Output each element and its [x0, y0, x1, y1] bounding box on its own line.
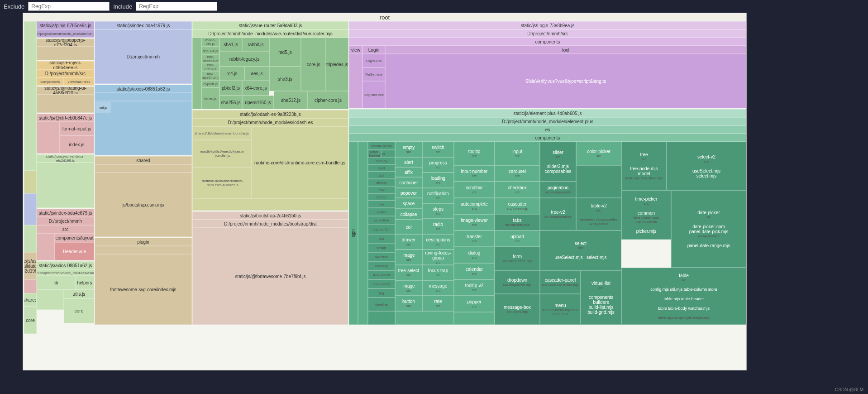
ep-dropdown[interactable]: dropdownsrc dropdown.mjs	[495, 270, 540, 294]
cell-indexjs[interactable]: index.js	[59, 135, 94, 154]
ep-tag[interactable]: tag	[368, 288, 395, 298]
cell-async-body[interactable]	[37, 163, 94, 208]
ep-vlist[interactable]: virtual-listsrccomponentsbuildersbuild-l…	[581, 270, 621, 325]
ep-popconfirm[interactable]: popconfirm	[368, 224, 395, 234]
crypto-sha1[interactable]: sha1.js	[219, 38, 242, 51]
ep-radio[interactable]: radiosrc	[422, 219, 454, 234]
crypto-x64[interactable]: x64-core.js	[242, 80, 269, 96]
crypto-core[interactable]: core.js	[301, 38, 326, 91]
cell-reg[interactable]: Register.vue	[362, 81, 385, 108]
ep-link[interactable]: link	[368, 201, 395, 208]
ep-collection[interactable]: collection	[368, 216, 395, 224]
cell-tool[interactable]: tool	[385, 46, 746, 54]
ep-space[interactable]: space	[395, 198, 422, 209]
crypto-ripemd[interactable]: ripemd160.js	[242, 96, 274, 109]
cell-elp-icons[interactable]: static/js/@fortawesome-7be7f9bf.js	[192, 228, 348, 325]
cell-core-left[interactable]: core	[24, 307, 37, 334]
ep-timesel[interactable]: time-select	[368, 279, 395, 288]
ep-row[interactable]: row	[368, 186, 395, 193]
ep-colorpicker2[interactable]	[576, 165, 621, 198]
cell-lib[interactable]: lib	[37, 276, 75, 289]
ep-cascaderp[interactable]: cascader-panelsrc node.mjs index.mjs	[540, 270, 581, 294]
ep-tooltipv2[interactable]: tooltip-v2src	[454, 279, 495, 296]
cell-elp-icons-hdr[interactable]: static/js/bootstrap-2c4b61b0.js	[192, 211, 348, 220]
cell-axios[interactable]: static/js/axios-08851a62.js	[37, 261, 94, 269]
cell-async[interactable]: static/js/async-validator-efc2d198.js	[37, 154, 94, 163]
ep-focustrap[interactable]: focus-trapsrc	[422, 265, 454, 280]
cell-axios-path[interactable]: D:/project/nmmh/node_modules/axios	[37, 269, 94, 276]
crypto-aes[interactable]: aes.js	[244, 67, 269, 80]
cell-fa-path[interactable]	[95, 246, 192, 254]
vue-runtime[interactable]: runtime-core/dist/runtime-core.esm-bundl…	[251, 126, 348, 199]
ep-input[interactable]: inputsrc	[495, 142, 540, 165]
ep-cascader[interactable]: cascadersrc/index.mjs	[495, 198, 540, 214]
crypto-pbk[interactable]: pbkdf2.js	[219, 80, 242, 96]
cell-utils-b[interactable]	[358, 142, 368, 325]
ep-tree[interactable]: treesrctree-node.mjsmodelnode.mjs tree-s…	[621, 142, 667, 191]
cell-view-b[interactable]	[349, 54, 362, 108]
cell-project-path[interactable]: D:/project/nmmh/src	[37, 69, 94, 77]
ep-inputnum[interactable]: input-numbersrc	[454, 165, 495, 182]
cell-login2[interactable]: Login	[362, 46, 385, 54]
crypto-rabbit[interactable]: rabbit.js	[242, 38, 269, 51]
ep-button[interactable]: buttonsrc	[395, 296, 422, 311]
crypto-rabbitleg[interactable]: rabbit-legacy.js	[219, 51, 269, 67]
cell-reset[interactable]: ReSet.vue	[362, 67, 385, 81]
ep-treesel[interactable]: tree-select	[368, 270, 395, 279]
cell-pinia[interactable]: static/js/pinia-8785ce9c.js	[37, 21, 94, 29]
cell-fa[interactable]: plugin	[95, 238, 192, 246]
ep-imgviewer[interactable]: image-viewersrc	[454, 214, 495, 231]
ep-scrollbar[interactable]: scrollbarsrc	[454, 182, 495, 198]
ep-menu[interactable]: menusrc utils menu.mjs sub-menu.mjs	[540, 294, 581, 325]
cell-slide[interactable]: SlideVerify.vue?vue&type=script&lang.ts	[385, 54, 746, 108]
ep-card[interactable]: card	[368, 164, 395, 172]
ep-table[interactable]: tablesrcconfig.mjs util.mjs table-column…	[621, 268, 746, 325]
ep-form[interactable]: formsrc form-item2.mjs	[495, 247, 540, 270]
cell-login-comp[interactable]: components	[349, 38, 746, 46]
cell-layout[interactable]: components/layout	[55, 233, 94, 242]
ep-col[interactable]: col	[368, 234, 395, 243]
ep-container[interactable]: container	[395, 177, 422, 188]
ep-message[interactable]: messagesrc	[422, 280, 454, 296]
ep-switch[interactable]: switchsrc	[422, 142, 454, 157]
crypto-b64url[interactable]: enc-base64url.js	[201, 71, 219, 80]
cell-login-path[interactable]: D:/project/nmmh/src	[349, 29, 746, 38]
ep-image2[interactable]: imagesrc	[395, 280, 422, 296]
cell-project[interactable]: static/js/Project-c49b4eee.js	[37, 61, 94, 69]
crypto-hmac[interactable]: hmac.js	[201, 87, 219, 109]
cell-format[interactable]: format-input.js	[59, 122, 94, 135]
ep-carousel[interactable]: carouselsrc	[495, 165, 540, 182]
ep-desc[interactable]: descriptionssrc	[422, 234, 454, 250]
ep-timeline[interactable]: timeline	[368, 298, 395, 311]
cell-ctrl[interactable]: static/js/@ctrl-eb0b847c.js	[37, 114, 94, 122]
ep-timepicker[interactable]: time-pickersrccommontime-picker-com comp…	[621, 191, 671, 240]
ep-autocomplete[interactable]: autocompletesrc	[454, 198, 495, 214]
ep-tooltip[interactable]: tooltipsrc	[454, 142, 495, 165]
cell-popper[interactable]: static/js/@popperjs-e77cf204.js	[37, 38, 94, 47]
cell-bootstrap[interactable]: shared	[95, 156, 192, 164]
cell-header[interactable]: Header.vue	[55, 242, 94, 260]
ep-tabs[interactable]: tabssrc tab-nav.mjs	[495, 214, 540, 231]
cell-elp-path[interactable]: D:/project/nmmh/node_modules/element-plu…	[349, 117, 746, 125]
cell-es[interactable]: es	[349, 125, 746, 134]
crypto-sha256[interactable]: sha256.js	[219, 96, 242, 109]
cell-tiny-left[interactable]	[24, 21, 37, 171]
crypto-cipher[interactable]: cipher-core.js	[308, 91, 348, 109]
root-header[interactable]: root	[23, 13, 746, 21]
ep-slot[interactable]: slot	[368, 172, 395, 179]
cell-index-path[interactable]: D:/project/nmmh	[37, 217, 94, 225]
ep-empty[interactable]: emptysrc	[395, 142, 422, 157]
cell-crypto-path[interactable]: D:/project/nmmh/node_modules/vue-router/…	[192, 29, 348, 38]
ep-calendar[interactable]: calendarsrc	[454, 263, 495, 279]
cell-floating[interactable]: static/js/@floating-ui-4b86d320.js	[37, 86, 94, 95]
crypto-sha512[interactable]: sha512.js	[274, 91, 308, 109]
ep-badge[interactable]: badge	[368, 193, 395, 201]
ep-ph[interactable]: page-header	[368, 150, 382, 157]
ep-backtop[interactable]: backtop	[368, 261, 395, 270]
crypto-encb64[interactable]: enc-base64.js	[201, 55, 219, 63]
ep-collapse[interactable]: collapse	[395, 209, 422, 220]
vue-reactivity[interactable]: reactivity/dist/reactivity.esm-bundler.j…	[192, 140, 251, 167]
crypto-sha3[interactable]: sha3.js	[269, 67, 301, 91]
include-input[interactable]	[136, 2, 217, 11]
cell-tiny[interactable]	[24, 193, 37, 225]
